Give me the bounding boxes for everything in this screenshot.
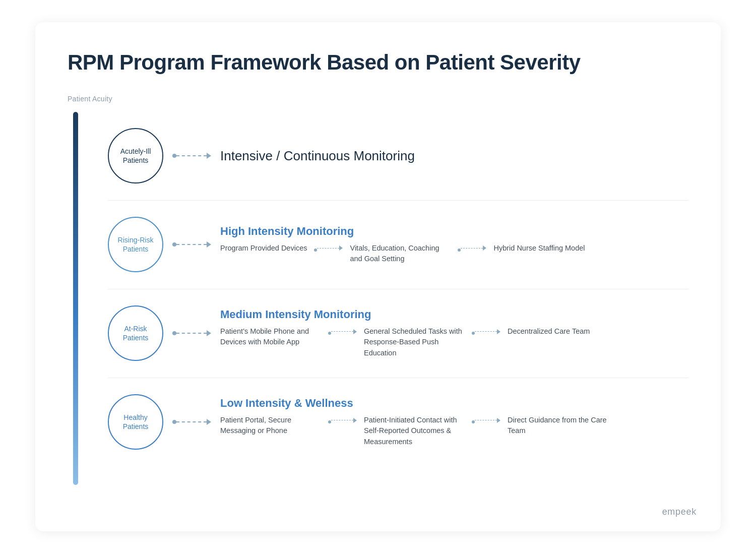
item-text-3: Decentralized Care Team <box>508 326 590 337</box>
item-1: Patient's Mobile Phone and Devices with … <box>220 326 321 347</box>
row-rising-risk: Rising-RiskPatients High Intensity Monit… <box>108 201 688 289</box>
main-card: RPM Program Framework Based on Patient S… <box>35 22 721 531</box>
item-arrow-head <box>353 329 357 334</box>
item-text-3: Direct Guidance from the Care Team <box>508 415 608 436</box>
row-title-at-risk: Medium Intensity Monitoring <box>220 308 688 321</box>
arrow-head <box>207 330 211 336</box>
arrow-at-risk <box>172 330 211 336</box>
item-text-1: Patient Portal, Secure Messaging or Phon… <box>220 415 321 436</box>
dashed-line <box>176 155 207 156</box>
arrow-rising-risk <box>172 241 211 248</box>
item-arrow-head <box>483 245 486 251</box>
brand-label: empeek <box>662 507 697 517</box>
item-dot <box>458 249 461 252</box>
item-dot <box>314 249 317 252</box>
item-dashed-line <box>331 331 353 332</box>
row-title-healthy: Low Intensity & Wellness <box>220 397 688 410</box>
item-dot <box>328 420 331 423</box>
item-2: Patient-Initiated Contact with Self-Repo… <box>364 415 465 447</box>
content-at-risk: Medium Intensity Monitoring Patient's Mo… <box>220 308 688 358</box>
row-acutely-ill: Acutely-IllPatients Intensive / Continuo… <box>108 112 688 200</box>
item-2: General Scheduled Tasks with Response-Ba… <box>364 326 465 358</box>
item-text-3: Hybrid Nurse Staffing Model <box>493 243 585 254</box>
item-arrow-1 <box>328 415 357 423</box>
item-dot <box>472 332 475 335</box>
item-arrow-head <box>339 245 343 251</box>
dot-start <box>172 331 176 335</box>
item-arrow-2 <box>472 326 500 335</box>
content-area: Acutely-IllPatients Intensive / Continuo… <box>68 112 688 485</box>
item-text-2: Patient-Initiated Contact with Self-Repo… <box>364 415 465 447</box>
item-3: Direct Guidance from the Care Team <box>508 415 608 436</box>
row-items-rising-risk: Program Provided Devices Vitals, Educati… <box>220 243 688 264</box>
item-dashed-line <box>475 420 497 420</box>
row-at-risk: At-RiskPatients Medium Intensity Monitor… <box>108 289 688 378</box>
page-title: RPM Program Framework Based on Patient S… <box>68 50 688 75</box>
item-1: Patient Portal, Secure Messaging or Phon… <box>220 415 321 436</box>
item-arrow-head <box>497 418 500 423</box>
arrow-healthy <box>172 419 211 425</box>
content-acutely-ill: Intensive / Continuous Monitoring <box>220 148 688 164</box>
item-dashed-line <box>475 331 497 332</box>
item-arrow-head <box>353 418 357 423</box>
dot-start <box>172 420 176 424</box>
item-dashed-line <box>317 248 339 249</box>
acuity-label: Patient Acuity <box>68 95 688 103</box>
item-3: Decentralized Care Team <box>508 326 590 337</box>
item-arrow-1 <box>314 243 343 252</box>
item-dot <box>472 420 475 423</box>
item-dashed-line <box>461 248 483 249</box>
dashed-line <box>176 244 207 245</box>
item-text-2: General Scheduled Tasks with Response-Ba… <box>364 326 465 358</box>
content-rising-risk: High Intensity Monitoring Program Provid… <box>220 225 688 264</box>
row-items-healthy: Patient Portal, Secure Messaging or Phon… <box>220 415 688 447</box>
dot-start <box>172 154 176 158</box>
item-3: Hybrid Nurse Staffing Model <box>493 243 585 254</box>
circle-healthy: HealthyPatients <box>108 394 163 450</box>
item-text-1: Program Provided Devices <box>220 243 307 254</box>
circle-at-risk: At-RiskPatients <box>108 305 163 361</box>
item-text-1: Patient's Mobile Phone and Devices with … <box>220 326 321 347</box>
row-items-at-risk: Patient's Mobile Phone and Devices with … <box>220 326 688 358</box>
rows-container: Acutely-IllPatients Intensive / Continuo… <box>108 112 688 485</box>
row-title-rising-risk: High Intensity Monitoring <box>220 225 688 238</box>
arrow-acutely-ill <box>172 153 211 159</box>
dot-start <box>172 242 176 247</box>
item-arrow-2 <box>458 243 486 252</box>
dashed-line <box>176 333 207 334</box>
acuity-bar <box>73 112 78 485</box>
item-dashed-line <box>331 420 353 420</box>
dashed-line <box>176 421 207 422</box>
item-2: Vitals, Education, Coaching and Goal Set… <box>350 243 451 264</box>
item-text-2: Vitals, Education, Coaching and Goal Set… <box>350 243 451 264</box>
circle-acutely-ill: Acutely-IllPatients <box>108 128 163 183</box>
row-title-acutely-ill: Intensive / Continuous Monitoring <box>220 148 688 164</box>
row-healthy: HealthyPatients Low Intensity & Wellness… <box>108 378 688 466</box>
item-dot <box>328 332 331 335</box>
item-1: Program Provided Devices <box>220 243 307 254</box>
arrow-head <box>207 241 211 248</box>
acuity-bar-container <box>68 112 84 485</box>
circle-rising-risk: Rising-RiskPatients <box>108 217 163 272</box>
item-arrow-head <box>497 329 500 334</box>
arrow-head <box>207 419 211 425</box>
item-arrow-1 <box>328 326 357 335</box>
item-arrow-2 <box>472 415 500 423</box>
content-healthy: Low Intensity & Wellness Patient Portal,… <box>220 397 688 447</box>
arrow-head <box>207 153 211 159</box>
